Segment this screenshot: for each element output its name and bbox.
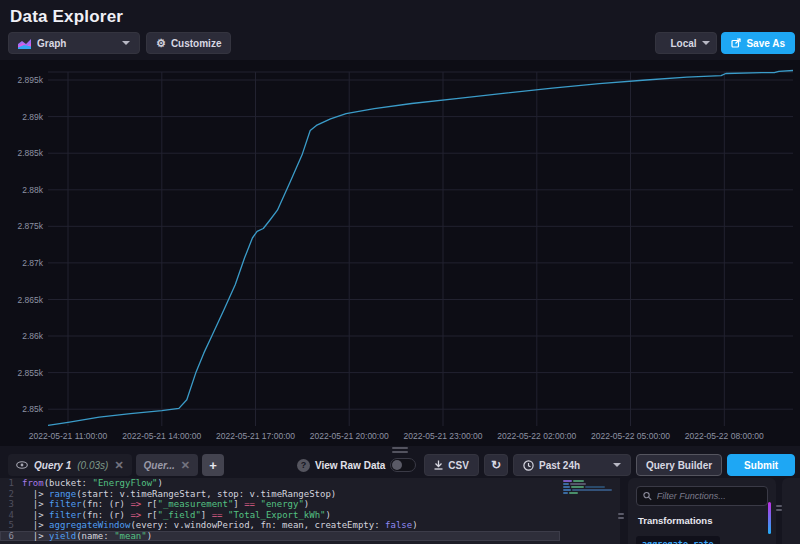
svg-text:2.88k: 2.88k bbox=[22, 185, 44, 195]
timezone-dropdown[interactable]: Local bbox=[655, 32, 717, 54]
refresh-icon: ↻ bbox=[491, 459, 501, 471]
query-builder-label: Query Builder bbox=[646, 460, 712, 471]
view-type-dropdown[interactable]: Graph bbox=[8, 32, 140, 54]
query-tab-label: Query 1 bbox=[34, 460, 71, 471]
page-title: Data Explorer bbox=[10, 7, 123, 27]
line-number: 4 bbox=[0, 510, 22, 521]
csv-label: CSV bbox=[448, 460, 469, 471]
line-number: 5 bbox=[0, 520, 22, 531]
view-raw-data-label: View Raw Data bbox=[315, 460, 385, 471]
line-number: 1 bbox=[0, 478, 22, 489]
download-icon bbox=[434, 460, 443, 470]
query-tab-bar: Query 1 (0.03s) ✕ Quer... ✕ + ? View Raw… bbox=[0, 452, 800, 478]
svg-text:2.875k: 2.875k bbox=[17, 221, 43, 231]
export-icon bbox=[731, 38, 741, 48]
query-tab-1[interactable]: Query 1 (0.03s) ✕ bbox=[8, 454, 132, 476]
graph-type-icon bbox=[18, 38, 32, 49]
svg-text:2022-05-21 14:00:00: 2022-05-21 14:00:00 bbox=[122, 431, 201, 441]
svg-text:2.86k: 2.86k bbox=[22, 331, 44, 341]
chevron-down-icon bbox=[122, 41, 130, 45]
function-item[interactable]: aggregate.rate bbox=[636, 536, 720, 544]
svg-text:2.87k: 2.87k bbox=[22, 258, 44, 268]
code-line-4[interactable]: 4 |> filter(fn: (r) => r["_field"] == "T… bbox=[0, 510, 620, 521]
chart-grid bbox=[48, 72, 793, 426]
svg-text:2.885k: 2.885k bbox=[17, 148, 43, 158]
editor-panel-resize-handle[interactable] bbox=[618, 513, 624, 527]
query-tab-2[interactable]: Quer... ✕ bbox=[136, 454, 198, 476]
close-icon[interactable]: ✕ bbox=[181, 459, 190, 472]
refresh-button[interactable]: ↻ bbox=[484, 454, 508, 476]
add-query-button[interactable]: + bbox=[202, 454, 224, 476]
chevron-down-icon bbox=[613, 463, 621, 467]
help-icon[interactable]: ? bbox=[297, 459, 310, 472]
line-number: 3 bbox=[0, 499, 22, 510]
svg-text:2.865k: 2.865k bbox=[17, 295, 43, 305]
svg-text:2022-05-21 11:00:00: 2022-05-21 11:00:00 bbox=[29, 431, 108, 441]
function-search-input[interactable] bbox=[657, 491, 761, 501]
line-number: 2 bbox=[0, 489, 22, 500]
code-line-6[interactable]: 6 |> yield(name: "mean") bbox=[0, 531, 560, 542]
gear-icon: ⚙ bbox=[156, 38, 166, 49]
save-as-button[interactable]: Save As bbox=[721, 32, 795, 54]
line-chart[interactable]: 2.85k2.855k2.86k2.865k2.87k2.875k2.88k2.… bbox=[0, 60, 800, 446]
code-line-3[interactable]: 3 |> filter(fn: (r) => r["_measurement"]… bbox=[0, 499, 620, 510]
timezone-label: Local bbox=[670, 38, 696, 49]
svg-text:2022-05-21 23:00:00: 2022-05-21 23:00:00 bbox=[404, 431, 483, 441]
svg-text:2022-05-21 20:00:00: 2022-05-21 20:00:00 bbox=[310, 431, 389, 441]
view-type-label: Graph bbox=[37, 38, 66, 49]
query-timing: (0.03s) bbox=[77, 460, 108, 471]
customize-label: Customize bbox=[171, 38, 222, 49]
line-number: 6 bbox=[0, 531, 22, 542]
svg-text:2022-05-22 05:00:00: 2022-05-22 05:00:00 bbox=[591, 431, 670, 441]
submit-label: Submit bbox=[744, 460, 778, 471]
view-raw-data-toggle[interactable] bbox=[390, 458, 416, 472]
flux-script-editor[interactable]: 1from(bucket: "EnergyFlow")2 |> range(st… bbox=[0, 478, 620, 544]
chart-panel: 2.85k2.855k2.86k2.865k2.87k2.875k2.88k2.… bbox=[0, 60, 800, 446]
toolbar: Graph ⚙ Customize Local Save As bbox=[0, 32, 800, 56]
svg-text:2022-05-22 08:00:00: 2022-05-22 08:00:00 bbox=[685, 431, 764, 441]
svg-text:2.895k: 2.895k bbox=[17, 75, 43, 85]
chart-axis-labels: 2.85k2.855k2.86k2.865k2.87k2.875k2.88k2.… bbox=[17, 75, 764, 441]
svg-text:2.85k: 2.85k bbox=[22, 404, 44, 414]
svg-text:2.855k: 2.855k bbox=[17, 368, 43, 378]
functions-scrollbar[interactable] bbox=[768, 502, 771, 534]
svg-text:2022-05-21 17:00:00: 2022-05-21 17:00:00 bbox=[216, 431, 295, 441]
function-category-header: Transformations bbox=[638, 515, 768, 526]
svg-text:2022-05-22 02:00:00: 2022-05-22 02:00:00 bbox=[497, 431, 576, 441]
search-icon bbox=[643, 491, 652, 501]
svg-text:2.89k: 2.89k bbox=[22, 112, 44, 122]
clock-icon bbox=[523, 460, 534, 471]
submit-button[interactable]: Submit bbox=[727, 454, 795, 476]
time-range-dropdown[interactable]: Past 24h bbox=[513, 454, 631, 476]
editor-minimap[interactable] bbox=[563, 480, 615, 496]
function-search-box[interactable] bbox=[636, 486, 768, 506]
chart-line-mean bbox=[48, 71, 793, 426]
query-tab-label: Quer... bbox=[144, 460, 175, 471]
code-line-5[interactable]: 5 |> aggregateWindow(every: v.windowPeri… bbox=[0, 520, 620, 531]
query-builder-button[interactable]: Query Builder bbox=[636, 454, 722, 476]
function-list: aggregate.ratechandeMomentumOscillator bbox=[636, 533, 768, 544]
toggle-knob bbox=[392, 460, 402, 470]
code-line-2[interactable]: 2 |> range(start: v.timeRangeStart, stop… bbox=[0, 489, 620, 500]
close-icon[interactable]: ✕ bbox=[114, 459, 123, 472]
right-side-panel bbox=[782, 478, 800, 544]
functions-panel: Transformations aggregate.ratechandeMome… bbox=[628, 478, 776, 544]
eye-icon bbox=[16, 461, 28, 469]
save-as-label: Save As bbox=[746, 38, 785, 49]
code-lines: 1from(bucket: "EnergyFlow")2 |> range(st… bbox=[0, 478, 620, 541]
customize-button[interactable]: ⚙ Customize bbox=[146, 32, 231, 54]
time-range-label: Past 24h bbox=[539, 460, 580, 471]
code-line-1[interactable]: 1from(bucket: "EnergyFlow") bbox=[0, 478, 620, 489]
chevron-down-icon bbox=[702, 41, 710, 45]
csv-download-button[interactable]: CSV bbox=[424, 454, 479, 476]
